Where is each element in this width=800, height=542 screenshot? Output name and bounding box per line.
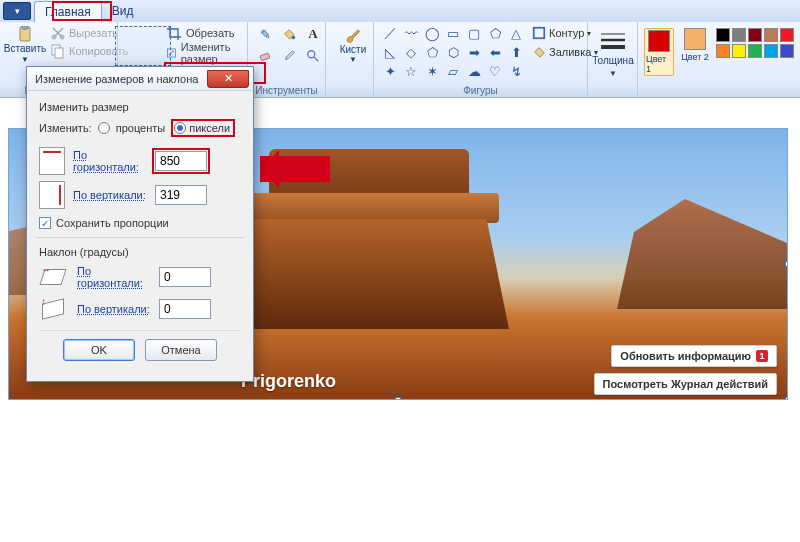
dropper-icon [282,49,296,63]
crop-button[interactable]: Обрезать [166,24,241,42]
shape-arrow-l[interactable]: ⬅ [485,43,505,61]
group-brushes: Кисти ▼ [326,22,374,97]
app-menu-button[interactable]: ▾ [3,2,31,20]
palette-swatch[interactable] [764,28,778,42]
notification-badge: 1 [756,350,768,362]
shape-arrow-u[interactable]: ⬆ [506,43,526,61]
horizontal-input[interactable] [155,151,207,171]
resize-skew-dialog: Изменение размеров и наклона ✕ Изменить … [26,66,254,382]
skew-section-label: Наклон (градусы) [39,246,241,258]
resize-handle-s[interactable] [395,397,401,400]
skew-v-input[interactable] [159,299,211,319]
skew-h-label: По горизонтали: [77,265,151,289]
palette-swatch[interactable] [716,28,730,42]
skew-h-input[interactable] [159,267,211,287]
resize-handle-se[interactable] [785,397,788,400]
thickness-icon [599,30,627,52]
picker-tool[interactable] [278,46,300,66]
brushes-button[interactable]: Кисти ▼ [332,24,374,64]
palette-swatch[interactable] [764,44,778,58]
cancel-button[interactable]: Отмена [145,339,217,361]
annotation-arrow [260,156,330,182]
bucket-tool[interactable] [278,24,300,44]
color1-button[interactable]: Цвет 1 [644,28,674,76]
svg-point-9 [308,51,315,58]
thickness-button[interactable]: Толщина ▼ [594,24,632,78]
radio-pixels-label: пиксели [189,122,230,134]
keep-aspect-checkbox[interactable]: ✓ [39,217,51,229]
cut-label: Вырезать [69,27,118,39]
group-thickness: Толщина ▼ [588,22,638,97]
keep-aspect-label: Сохранить пропорции [56,217,169,229]
ok-button[interactable]: OK [63,339,135,361]
shapes-gallery[interactable]: ／ 〰 ◯ ▭ ▢ ⬠ △ ◺ ◇ ⬠ ⬡ ➡ ⬅ ⬆ ✦ ☆ ✶ ▱ ☁ ♡ [380,24,526,80]
resize-button[interactable]: Изменить размер [166,44,241,62]
paste-button[interactable]: Вставить ▼ [6,24,44,64]
shape-lightning[interactable]: ↯ [506,62,526,80]
shape-star5[interactable]: ☆ [401,62,421,80]
color2-button[interactable]: Цвет 2 [680,28,710,62]
profile-name: Prigorenko [241,371,336,392]
color-palette[interactable] [716,28,794,58]
bucket-icon [282,27,296,41]
skew-v-icon: ↕ [39,296,69,322]
separator [35,237,245,238]
group-colors: Цвет 1 Цвет 2 [638,22,800,97]
dialog-close-button[interactable]: ✕ [207,70,249,88]
resize-handle-e[interactable] [785,261,788,267]
shape-rect[interactable]: ▭ [443,24,463,42]
skew-v-label: По вертикали: [77,303,151,315]
activity-log-button[interactable]: Посмотреть Журнал действий [594,373,777,395]
palette-swatch[interactable] [748,44,762,58]
tab-view[interactable]: Вид [102,1,144,21]
group-shapes: ／ 〰 ◯ ▭ ▢ ⬠ △ ◺ ◇ ⬠ ⬡ ➡ ⬅ ⬆ ✦ ☆ ✶ ▱ ☁ ♡ [374,22,588,97]
pencil-tool[interactable]: ✎ [254,24,276,44]
update-info-button[interactable]: Обновить информацию 1 [611,345,777,367]
shape-polygon[interactable]: ⬠ [485,24,505,42]
select-icon [115,26,171,66]
shape-curve[interactable]: 〰 [401,24,421,42]
shape-hexagon[interactable]: ⬡ [443,43,463,61]
magnifier-icon [306,49,320,63]
palette-swatch[interactable] [780,44,794,58]
shape-star6[interactable]: ✶ [422,62,442,80]
group-label-shapes: Фигуры [374,85,587,96]
resize-icon [166,45,177,61]
vertical-input[interactable] [155,185,207,205]
fill-label: Заливка [549,46,591,58]
palette-swatch[interactable] [732,44,746,58]
svg-rect-1 [22,26,28,29]
text-tool[interactable]: A [302,24,324,44]
copy-icon [50,43,66,59]
palette-swatch[interactable] [780,28,794,42]
shape-roundrect[interactable]: ▢ [464,24,484,42]
shape-callout[interactable]: ▱ [443,62,463,80]
annotation-pixels-highlight: пиксели [171,119,235,137]
eraser-tool[interactable] [254,46,276,66]
shape-diamond[interactable]: ◇ [401,43,421,61]
vertical-label: По вертикали: [73,189,147,201]
horizontal-label: По горизонтали: [73,149,147,173]
radio-percent[interactable] [98,122,110,134]
shape-star4[interactable]: ✦ [380,62,400,80]
shape-line[interactable]: ／ [380,24,400,42]
shape-cloud[interactable]: ☁ [464,62,484,80]
shape-heart[interactable]: ♡ [485,62,505,80]
palette-swatch[interactable] [716,44,730,58]
zoom-tool[interactable] [302,46,324,66]
shape-triangle[interactable]: △ [506,24,526,42]
svg-rect-8 [260,53,270,61]
palette-swatch[interactable] [732,28,746,42]
shape-pentagon[interactable]: ⬠ [422,43,442,61]
radio-pixels[interactable] [174,122,186,134]
shape-oval[interactable]: ◯ [422,24,442,42]
color1-swatch [648,30,670,52]
scissors-icon [50,25,66,41]
dialog-titlebar[interactable]: Изменение размеров и наклона ✕ [27,67,253,91]
shape-arrow-r[interactable]: ➡ [464,43,484,61]
update-info-label: Обновить информацию [620,350,751,362]
horizontal-icon [39,147,65,175]
palette-swatch[interactable] [748,28,762,42]
shape-rtriangle[interactable]: ◺ [380,43,400,61]
tab-home[interactable]: Главная [34,1,102,22]
